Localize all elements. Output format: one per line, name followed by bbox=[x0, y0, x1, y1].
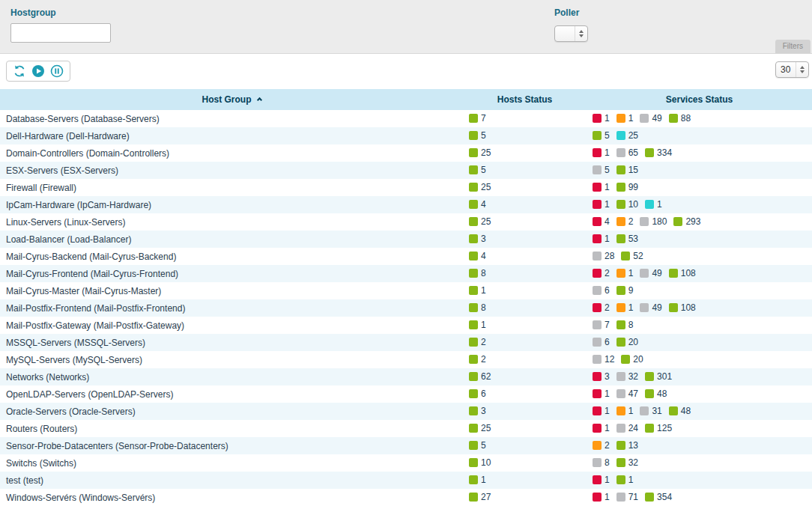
status-badge-ok[interactable]: 1 bbox=[469, 285, 486, 296]
status-badge-ok[interactable]: 108 bbox=[669, 302, 696, 313]
status-badge-pending[interactable]: 25 bbox=[616, 130, 638, 141]
status-badge-ok[interactable]: 125 bbox=[645, 423, 672, 433]
status-badge-ok[interactable]: 5 bbox=[469, 130, 486, 141]
status-badge-ok[interactable]: 293 bbox=[673, 216, 700, 227]
status-badge-critical[interactable]: 2 bbox=[593, 302, 610, 313]
status-badge-critical[interactable]: 1 bbox=[593, 234, 610, 244]
status-badge-ok[interactable]: 32 bbox=[616, 457, 638, 468]
status-badge-ok[interactable]: 301 bbox=[645, 371, 672, 382]
status-badge-unknown[interactable]: 31 bbox=[640, 406, 661, 416]
status-badge-critical[interactable]: 1 bbox=[593, 423, 610, 433]
status-badge-ok[interactable]: 354 bbox=[645, 492, 672, 502]
hostgroup-link[interactable]: OpenLDAP-Servers (OpenLDAP-Servers) bbox=[6, 389, 173, 400]
status-badge-warning[interactable]: 1 bbox=[616, 406, 634, 416]
status-badge-ok[interactable]: 2 bbox=[469, 354, 486, 365]
status-badge-unknown[interactable]: 8 bbox=[593, 457, 610, 468]
status-badge-warning[interactable]: 2 bbox=[593, 440, 610, 451]
status-badge-critical[interactable]: 1 bbox=[593, 388, 610, 399]
play-button[interactable] bbox=[31, 64, 45, 78]
status-badge-critical[interactable]: 1 bbox=[593, 147, 610, 158]
status-badge-critical[interactable]: 2 bbox=[593, 268, 610, 278]
hostgroup-link[interactable]: Mail-Postfix-Frontend (Mail-Postfix-Fron… bbox=[6, 303, 185, 314]
status-badge-warning[interactable]: 1 bbox=[616, 268, 634, 278]
status-badge-ok[interactable]: 7 bbox=[469, 113, 486, 124]
status-badge-ok[interactable]: 3 bbox=[469, 406, 486, 416]
hostgroup-link[interactable]: Windows-Servérs (Windows-Servérs) bbox=[6, 493, 155, 503]
status-badge-ok[interactable]: 3 bbox=[469, 234, 486, 244]
hostgroup-link[interactable]: test (test) bbox=[6, 475, 43, 486]
status-badge-critical[interactable]: 3 bbox=[593, 371, 610, 382]
status-badge-ok[interactable]: 25 bbox=[469, 423, 491, 433]
hostgroup-link[interactable]: Switchs (Switchs) bbox=[6, 458, 76, 469]
status-badge-ok[interactable]: 1 bbox=[469, 320, 486, 330]
status-badge-unknown[interactable]: 24 bbox=[616, 423, 638, 433]
poller-select[interactable] bbox=[554, 25, 588, 42]
hostgroup-link[interactable]: Routers (Routers) bbox=[6, 424, 77, 434]
status-badge-ok[interactable]: 20 bbox=[616, 337, 638, 347]
status-badge-critical[interactable]: 1 bbox=[593, 182, 610, 192]
hostgroup-link[interactable]: Linux-Servers (Linux-Servers) bbox=[6, 217, 125, 228]
status-badge-warning[interactable]: 1 bbox=[616, 113, 634, 124]
hostgroup-link[interactable]: Sensor-Probe-Datacenters (Sensor-Probe-D… bbox=[6, 441, 228, 451]
status-badge-ok[interactable]: 10 bbox=[469, 457, 491, 468]
status-badge-ok[interactable]: 20 bbox=[621, 354, 643, 365]
status-badge-pending[interactable]: 1 bbox=[645, 199, 662, 210]
status-badge-unknown[interactable]: 49 bbox=[640, 302, 661, 313]
col-header-hosts-status[interactable]: Hosts Status bbox=[463, 89, 587, 110]
status-badge-unknown[interactable]: 49 bbox=[640, 268, 661, 278]
status-badge-ok[interactable]: 13 bbox=[616, 440, 638, 451]
status-badge-unknown[interactable]: 6 bbox=[593, 337, 610, 347]
status-badge-unknown[interactable]: 71 bbox=[616, 492, 638, 502]
status-badge-ok[interactable]: 108 bbox=[669, 268, 696, 278]
status-badge-ok[interactable]: 8 bbox=[616, 320, 634, 330]
status-badge-ok[interactable]: 62 bbox=[469, 371, 491, 382]
status-badge-ok[interactable]: 27 bbox=[469, 492, 491, 502]
hostgroup-link[interactable]: Mail-Postfix-Gateway (Mail-Postfix-Gatew… bbox=[6, 320, 184, 331]
status-badge-ok[interactable]: 53 bbox=[616, 234, 638, 244]
status-badge-ok[interactable]: 8 bbox=[469, 302, 486, 313]
status-badge-ok[interactable]: 5 bbox=[593, 130, 610, 141]
status-badge-ok[interactable]: 8 bbox=[469, 268, 486, 278]
status-badge-unknown[interactable]: 7 bbox=[593, 320, 610, 330]
status-badge-ok[interactable]: 99 bbox=[616, 182, 638, 192]
status-badge-ok[interactable]: 48 bbox=[669, 406, 691, 416]
col-header-host-group[interactable]: Host Group bbox=[0, 89, 463, 110]
status-badge-critical[interactable]: 1 bbox=[593, 113, 610, 124]
status-badge-ok[interactable]: 48 bbox=[645, 388, 667, 399]
hostgroup-link[interactable]: IpCam-Hardware (IpCam-Hardware) bbox=[6, 200, 151, 210]
status-badge-unknown[interactable]: 49 bbox=[640, 113, 661, 124]
status-badge-unknown[interactable]: 12 bbox=[593, 354, 614, 365]
status-badge-unknown[interactable]: 6 bbox=[593, 285, 610, 296]
status-badge-ok[interactable]: 25 bbox=[469, 182, 491, 192]
status-badge-ok[interactable]: 4 bbox=[469, 251, 486, 261]
filters-tab-button[interactable]: Filters bbox=[775, 40, 811, 53]
status-badge-ok[interactable]: 25 bbox=[469, 147, 491, 158]
status-badge-ok[interactable]: 334 bbox=[645, 147, 672, 158]
status-badge-ok[interactable]: 1 bbox=[616, 475, 634, 485]
hostgroup-link[interactable]: Oracle-Servers (Oracle-Servers) bbox=[6, 406, 136, 417]
status-badge-unknown[interactable]: 65 bbox=[616, 147, 638, 158]
status-badge-ok[interactable]: 25 bbox=[469, 216, 491, 227]
hostgroup-link[interactable]: Mail-Cyrus-Backend (Mail-Cyrus-Backend) bbox=[6, 252, 176, 262]
status-badge-critical[interactable]: 4 bbox=[593, 216, 610, 227]
hostgroup-link[interactable]: Dell-Hardware (Dell-Hardware) bbox=[6, 131, 130, 141]
status-badge-unknown[interactable]: 5 bbox=[593, 165, 610, 175]
hostgroup-link[interactable]: Domain-Controllers (Domain-Controllers) bbox=[6, 148, 169, 159]
pause-button[interactable] bbox=[50, 64, 64, 78]
hostgroup-link[interactable]: Mail-Cyrus-Frontend (Mail-Cyrus-Frontend… bbox=[6, 269, 178, 279]
status-badge-ok[interactable]: 88 bbox=[669, 113, 691, 124]
refresh-button[interactable] bbox=[13, 64, 26, 78]
hostgroup-link[interactable]: Networks (Networks) bbox=[6, 372, 89, 383]
status-badge-ok[interactable]: 5 bbox=[469, 440, 486, 451]
status-badge-ok[interactable]: 52 bbox=[621, 251, 643, 261]
hostgroup-input[interactable] bbox=[10, 23, 111, 43]
hostgroup-link[interactable]: Load-Balancer (Load-Balancer) bbox=[6, 234, 131, 245]
status-badge-ok[interactable]: 9 bbox=[616, 285, 634, 296]
status-badge-warning[interactable]: 2 bbox=[616, 216, 634, 227]
col-header-services-status[interactable]: Services Status bbox=[587, 89, 812, 110]
rows-per-page-select[interactable]: 30 bbox=[775, 61, 809, 78]
status-badge-critical[interactable]: 1 bbox=[593, 475, 610, 485]
hostgroup-link[interactable]: Database-Servers (Database-Servers) bbox=[6, 114, 160, 124]
status-badge-ok[interactable]: 2 bbox=[469, 337, 486, 347]
status-badge-warning[interactable]: 1 bbox=[616, 302, 634, 313]
